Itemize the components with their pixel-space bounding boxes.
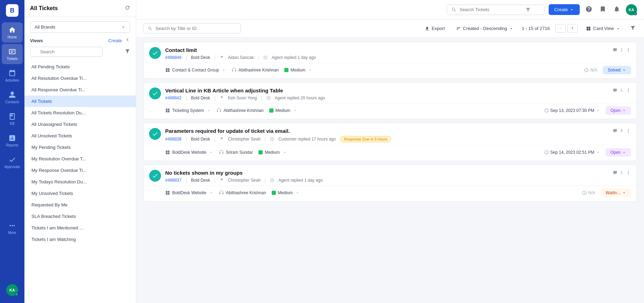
clock-icon: [270, 178, 274, 182]
topbar-avatar[interactable]: KA: [626, 4, 637, 15]
view-item-all-resolution-overdue[interactable]: All Resolution Overdue Ti...: [24, 73, 136, 84]
sidebar-item-activities-label: Activities: [5, 78, 19, 82]
views-search-input[interactable]: [30, 47, 103, 57]
sidebar-item-home[interactable]: Home: [2, 22, 23, 43]
ticket-category[interactable]: BoldDesk Website: [165, 190, 213, 195]
more-options-icon[interactable]: [625, 88, 631, 93]
view-item-my-pending[interactable]: My Pending Tickets: [24, 142, 136, 153]
ticket-title[interactable]: Vertical Line in KB Article when adjusti…: [165, 88, 608, 93]
view-item-all-unsolved[interactable]: All Unsolved Tickets: [24, 130, 136, 142]
ticket-footer: Ticketing System Abithashree Krishnan Me…: [144, 103, 637, 119]
ticket-priority[interactable]: Medium: [269, 108, 298, 113]
view-item-my-unsolved[interactable]: My Unsolved Tickets: [24, 188, 136, 199]
ticket-type-icon: [149, 128, 161, 140]
priority-dot: [272, 191, 276, 195]
view-item-all-response-overdue[interactable]: All Response Overdue Ti...: [24, 84, 136, 96]
contacts-icon: [8, 91, 16, 99]
ticket-card: Parameters required for update of ticket…: [143, 123, 637, 161]
next-page-button[interactable]: [567, 24, 578, 33]
ticket-info: No tickets shown in my groups #498837 | …: [165, 170, 608, 183]
sidebar-item-more-label: More: [8, 231, 16, 235]
help-button[interactable]: [584, 4, 594, 15]
assignee-name: Sriram Sundar: [226, 150, 253, 155]
left-panel: All Tickets All Brands Views Create All …: [24, 0, 136, 303]
ticket-id: #498837: [165, 178, 182, 183]
assignee-name: Abithashree Krishnan: [226, 190, 266, 195]
view-mode-button[interactable]: Card View: [583, 24, 623, 32]
chevron-down-icon: [293, 108, 297, 113]
export-button[interactable]: Export: [422, 24, 448, 32]
more-options-icon[interactable]: [625, 128, 631, 134]
sidebar-item-kb[interactable]: KB: [2, 109, 23, 129]
brand-selector[interactable]: All Brands: [30, 21, 130, 33]
chevron-down-icon: [209, 191, 213, 195]
avatar[interactable]: KA: [6, 284, 18, 296]
sidebar-item-tickets[interactable]: Tickets: [2, 44, 23, 64]
create-button[interactable]: Create: [549, 4, 580, 15]
search-input[interactable]: [155, 26, 236, 31]
topbar-search-input[interactable]: [460, 7, 522, 12]
bookmark-button[interactable]: [598, 4, 608, 15]
collapse-icon[interactable]: [125, 37, 130, 44]
ticket-priority[interactable]: Medium: [258, 150, 287, 155]
ticket-category[interactable]: Ticketing System: [165, 108, 211, 113]
ticket-assignee[interactable]: Sriram Sundar: [219, 150, 253, 155]
time-icon: [544, 150, 549, 155]
filter-icon[interactable]: [125, 48, 130, 55]
view-item-all-unassigned[interactable]: All Unassigned Tickets: [24, 119, 136, 130]
refresh-icon[interactable]: [125, 5, 130, 12]
sidebar-item-reports[interactable]: Reports: [2, 130, 23, 151]
status-button[interactable]: Open: [606, 148, 631, 157]
view-item-my-todays-resolution[interactable]: My Todays Resolution Du...: [24, 176, 136, 188]
reports-icon: [8, 134, 16, 142]
view-item-sla-breached[interactable]: SLA Breached Tickets: [24, 211, 136, 222]
status-button[interactable]: Waitin...: [601, 189, 631, 197]
sidebar-item-more[interactable]: More: [2, 218, 23, 238]
ticket-category[interactable]: Contact & Contact Group: [165, 68, 226, 73]
ticket-type-icon: [149, 47, 161, 59]
contact-icon: [220, 178, 224, 182]
sidebar-item-contacts[interactable]: Contacts: [2, 87, 23, 107]
view-item-my-resolution-overdue[interactable]: My Resolution Overdue T...: [24, 153, 136, 165]
ticket-assignee[interactable]: Abithashree Krishnan: [232, 68, 279, 73]
ticket-title[interactable]: Parameters required for update of ticket…: [165, 128, 608, 134]
sidebar-item-activities[interactable]: Activities: [2, 66, 23, 86]
prev-page-button[interactable]: [555, 24, 566, 33]
ticket-priority[interactable]: Medium: [272, 190, 300, 195]
view-item-my-response-overdue[interactable]: My Response Overdue Ti...: [24, 165, 136, 176]
view-item-requested-by-me[interactable]: Requested By Me: [24, 199, 136, 211]
chevron-down-icon: [295, 191, 300, 195]
view-item-all-tickets[interactable]: All Tickets: [24, 96, 136, 107]
more-options-icon[interactable]: [625, 47, 631, 53]
ticket-priority[interactable]: Medium: [284, 68, 313, 73]
ticket-assignee[interactable]: Abithashree Krishnan: [219, 190, 266, 195]
status-button[interactable]: Open: [606, 106, 631, 115]
ticket-card: Vertical Line in KB Article when adjusti…: [143, 82, 637, 119]
status-button[interactable]: Solved: [603, 66, 631, 74]
ticket-title[interactable]: Contact limit: [165, 47, 608, 53]
ticket-assignee[interactable]: Abithashree Krishnan: [217, 108, 264, 113]
page-nav: [555, 24, 578, 33]
ticket-category[interactable]: BoldDesk Website: [165, 150, 213, 155]
view-item-tickets-mentioned[interactable]: Tickets I am Mentioned ...: [24, 222, 136, 234]
views-create-button[interactable]: Create: [108, 38, 122, 43]
ticket-title[interactable]: No tickets shown in my groups: [165, 170, 608, 176]
notifications-button[interactable]: [612, 4, 622, 15]
sort-button[interactable]: Created - Descending: [453, 24, 516, 32]
filter-button[interactable]: [629, 24, 637, 33]
view-item-tickets-watching[interactable]: Tickets I am Watching: [24, 234, 136, 245]
sidebar-item-approvals[interactable]: Approvals: [2, 152, 23, 172]
ticket-id: #498838: [165, 137, 182, 142]
activities-icon: [8, 69, 16, 77]
filter-topbar-icon[interactable]: [525, 7, 531, 13]
ticket-last-reply: Customer replied 17 hours ago: [278, 137, 336, 142]
comment-icon: [613, 88, 617, 93]
ticket-info: Vertical Line in KB Article when adjusti…: [165, 88, 608, 100]
topbar-avatar-initials: KA: [629, 8, 634, 12]
chevron-down-icon: [596, 108, 600, 113]
ticket-header: Parameters required for update of ticket…: [144, 123, 637, 145]
ticket-meta: #498842 | Bold Desk | Keh Soon Yong | Ag…: [165, 96, 608, 100]
more-options-icon[interactable]: [625, 170, 631, 175]
view-item-all-tickets-resolution[interactable]: All Tickets Resolution Du...: [24, 107, 136, 119]
view-item-all-pending[interactable]: All Pending Tickets: [24, 61, 136, 73]
